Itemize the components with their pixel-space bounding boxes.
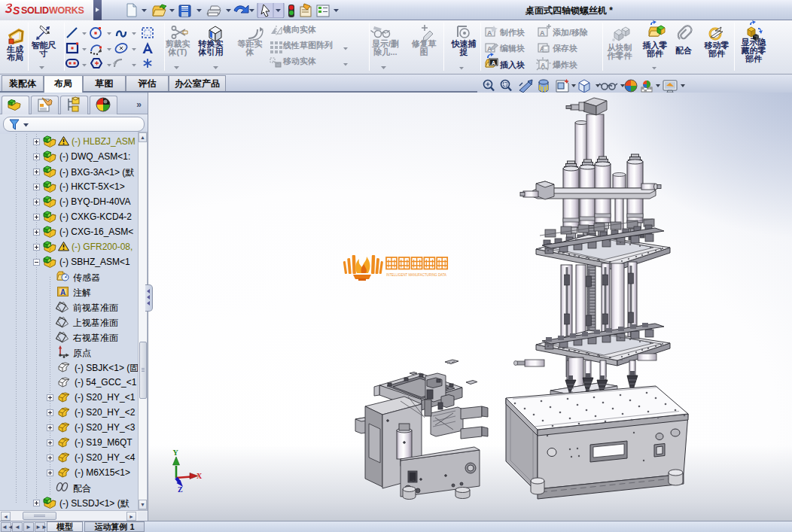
svg-text:A: A [492,60,495,65]
svg-text:A: A [540,29,545,37]
svg-text:A: A [487,29,492,37]
svg-text:INTELLIGENT MANUFACTURING DATA: INTELLIGENT MANUFACTURING DATA [386,273,447,277]
svg-text:Z: Z [178,485,183,494]
svg-text:SOLID: SOLID [21,5,49,16]
svg-text:WORKS: WORKS [49,5,84,16]
svg-text:S: S [13,5,20,17]
svg-text:Y: Y [173,448,179,457]
svg-text:X: X [196,472,203,480]
svg-text:A: A [60,288,65,296]
